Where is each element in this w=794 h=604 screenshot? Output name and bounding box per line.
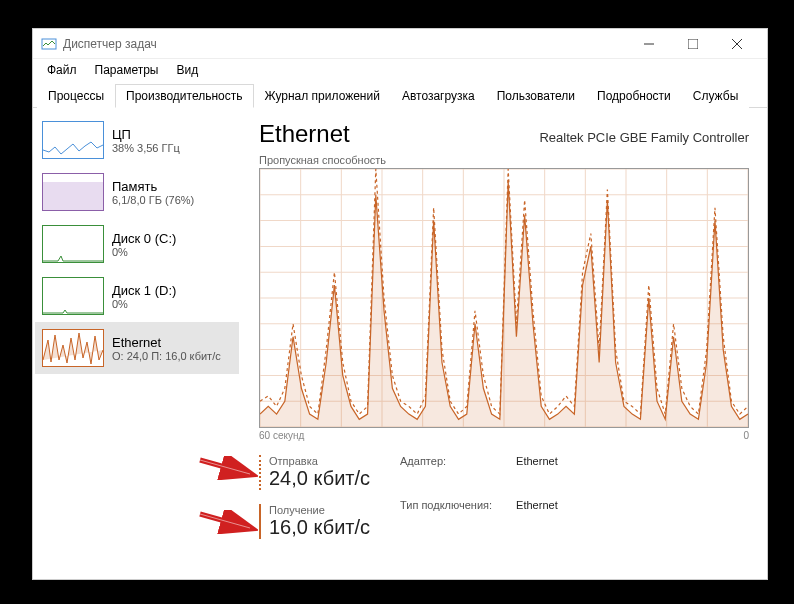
disk0-label: Диск 0 (C:) — [112, 231, 176, 246]
recv-value: 16,0 кбит/с — [269, 516, 370, 539]
cpu-thumb — [42, 121, 104, 159]
disk0-sub: 0% — [112, 246, 176, 258]
ethernet-thumb — [42, 329, 104, 367]
send-label: Отправка — [269, 455, 370, 467]
ethernet-label: Ethernet — [112, 335, 221, 350]
tab-users[interactable]: Пользователи — [486, 84, 586, 108]
minimize-button[interactable] — [627, 29, 671, 59]
app-icon — [41, 36, 57, 52]
sidebar-item-memory[interactable]: Память6,1/8,0 ГБ (76%) — [35, 166, 239, 218]
axis-right: 0 — [743, 430, 749, 441]
main-title: Ethernet — [259, 120, 350, 148]
memory-label: Память — [112, 179, 194, 194]
sidebar-item-disk1[interactable]: Диск 1 (D:)0% — [35, 270, 239, 322]
conn-type-value: Ethernet — [516, 499, 558, 539]
menu-options[interactable]: Параметры — [87, 61, 167, 79]
main-panel: Ethernet Realtek PCIe GBE Family Control… — [245, 108, 767, 579]
maximize-icon — [688, 39, 698, 49]
recv-label: Получение — [269, 504, 370, 516]
tab-performance[interactable]: Производительность — [115, 84, 253, 108]
stat-send: Отправка 24,0 кбит/с — [259, 455, 370, 490]
tab-startup[interactable]: Автозагрузка — [391, 84, 486, 108]
svg-line-32 — [200, 514, 250, 528]
cpu-sub: 38% 3,56 ГГц — [112, 142, 180, 154]
tab-services[interactable]: Службы — [682, 84, 749, 108]
axis-left: 60 секунд — [259, 430, 304, 441]
menu-file[interactable]: Файл — [39, 61, 85, 79]
close-icon — [732, 39, 742, 49]
disk1-thumb — [42, 277, 104, 315]
disk1-sub: 0% — [112, 298, 176, 310]
adapter-value: Ethernet — [516, 455, 558, 495]
sidebar: ЦП38% 3,56 ГГц Память6,1/8,0 ГБ (76%) Ди… — [33, 108, 245, 579]
tabs: Процессы Производительность Журнал прило… — [33, 83, 767, 108]
tab-details[interactable]: Подробности — [586, 84, 682, 108]
sidebar-item-ethernet[interactable]: EthernetО: 24,0 П: 16,0 кбит/с — [35, 322, 239, 374]
titlebar: Диспетчер задач — [33, 29, 767, 59]
tab-processes[interactable]: Процессы — [37, 84, 115, 108]
throughput-graph — [259, 168, 749, 428]
tab-app-history[interactable]: Журнал приложений — [254, 84, 391, 108]
menu-view[interactable]: Вид — [168, 61, 206, 79]
cpu-label: ЦП — [112, 127, 180, 142]
content-area: ЦП38% 3,56 ГГц Память6,1/8,0 ГБ (76%) Ди… — [33, 108, 767, 579]
adapter-label: Адаптер: — [400, 455, 492, 495]
graph-label: Пропускная способность — [259, 154, 749, 166]
memory-sub: 6,1/8,0 ГБ (76%) — [112, 194, 194, 206]
window-title: Диспетчер задач — [63, 37, 627, 51]
conn-type-label: Тип подключения: — [400, 499, 492, 539]
info-grid: Адаптер: Ethernet Тип подключения: Ether… — [400, 455, 558, 539]
stat-recv: Получение 16,0 кбит/с — [259, 504, 370, 539]
sidebar-item-disk0[interactable]: Диск 0 (C:)0% — [35, 218, 239, 270]
disk0-thumb — [42, 225, 104, 263]
svg-rect-2 — [688, 39, 698, 49]
menubar: Файл Параметры Вид — [33, 59, 767, 81]
annotation-arrow-recv — [198, 510, 258, 534]
close-button[interactable] — [715, 29, 759, 59]
memory-thumb — [42, 173, 104, 211]
annotation-arrow-send — [198, 456, 258, 480]
disk1-label: Диск 1 (D:) — [112, 283, 176, 298]
ethernet-sub: О: 24,0 П: 16,0 кбит/с — [112, 350, 221, 362]
minimize-icon — [644, 39, 654, 49]
task-manager-window: Диспетчер задач Файл Параметры Вид Проце… — [32, 28, 768, 580]
send-value: 24,0 кбит/с — [269, 467, 370, 490]
sidebar-item-cpu[interactable]: ЦП38% 3,56 ГГц — [35, 114, 239, 166]
svg-line-30 — [200, 460, 250, 474]
adapter-name: Realtek PCIe GBE Family Controller — [539, 130, 749, 145]
maximize-button[interactable] — [671, 29, 715, 59]
